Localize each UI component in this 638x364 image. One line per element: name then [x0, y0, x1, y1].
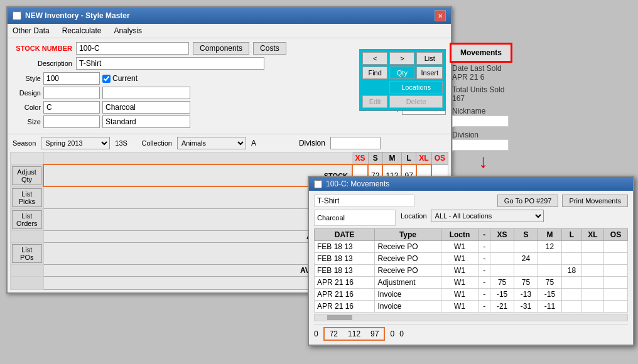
size-extra-input[interactable]	[102, 115, 190, 128]
s-3	[514, 265, 538, 277]
date-4: APR 21 16	[315, 277, 375, 289]
total-s: 112	[348, 329, 360, 338]
description-label: Description	[13, 60, 72, 67]
xs-4: 75	[490, 277, 514, 289]
location-row: Location ALL - All Locations	[401, 210, 544, 222]
col-m: M	[538, 229, 561, 241]
movements-button[interactable]: Movements	[450, 43, 512, 63]
orders-row-label: ORDERS	[43, 208, 352, 230]
movements-title-checkbox[interactable]	[314, 180, 322, 188]
down-arrow-indicator: ↓	[478, 151, 488, 172]
menu-recalculate[interactable]: Recalculate	[60, 25, 104, 36]
find-button[interactable]: Find	[362, 67, 387, 79]
offered-label: OFFERED	[43, 276, 352, 289]
col-l: L	[561, 229, 581, 241]
list-picks-btn-cell: List Picks	[11, 186, 44, 208]
loctn-4: W1	[441, 277, 478, 289]
close-button[interactable]: ✕	[435, 10, 446, 21]
next-button[interactable]: >	[389, 52, 414, 65]
os-4	[604, 277, 628, 289]
costs-button[interactable]: Costs	[253, 42, 286, 55]
list-button[interactable]: List	[416, 52, 443, 65]
s-1	[514, 241, 538, 253]
loctn-5: W1	[441, 289, 478, 301]
season-select[interactable]: Spring 2013	[41, 137, 110, 149]
size-input[interactable]	[43, 115, 100, 128]
col-date: DATE	[315, 229, 375, 241]
design-extra-input[interactable]	[102, 87, 190, 99]
collection-select[interactable]: Animals	[177, 137, 246, 149]
l-4	[561, 277, 581, 289]
locations-button[interactable]: Locations	[389, 81, 443, 94]
avail-later-label: AVAIL LATER	[43, 264, 352, 276]
menu-analysis[interactable]: Analysis	[111, 25, 144, 36]
os-2	[604, 253, 628, 265]
color-input[interactable]	[43, 101, 100, 114]
movements-top-buttons: Go To PO #297 Print Movements	[497, 195, 628, 207]
dash-2: -	[478, 253, 490, 265]
style-input[interactable]	[43, 72, 100, 85]
avail-now-btn-cell	[11, 230, 44, 242]
stock-number-input[interactable]	[76, 42, 189, 55]
movements-table: DATE Type Loctn - XS S M L XL OS FEB 18 …	[314, 228, 628, 313]
type-4: Adjustment	[375, 277, 441, 289]
table-row: APR 21 16 Adjustment W1 - 75 75 75	[315, 277, 628, 289]
avail-later-btn-cell	[11, 264, 44, 276]
location-select[interactable]: ALL - All Locations	[431, 210, 544, 222]
current-checkbox-label[interactable]: Current	[102, 74, 138, 83]
xl-6	[582, 301, 604, 313]
prev-button[interactable]: <	[362, 52, 387, 65]
movements-footer: 0 72 112 97 0 0	[314, 324, 628, 341]
size-label: Size	[13, 118, 41, 126]
s-5: -13	[514, 289, 538, 301]
horizontal-scrollbar[interactable]	[314, 314, 628, 321]
description-input[interactable]	[76, 57, 264, 70]
xl-2	[582, 253, 604, 265]
col-xs: XS	[490, 229, 514, 241]
size-row: Size	[13, 115, 365, 128]
date-last-sold-value: APR 21 6	[452, 73, 510, 82]
type-3: Receive PO	[375, 265, 441, 277]
goto-po-button[interactable]: Go To PO #297	[497, 195, 559, 207]
col-type: Type	[375, 229, 441, 241]
title-checkbox[interactable]	[13, 11, 21, 20]
color-name-movements[interactable]	[314, 210, 396, 226]
table-row: FEB 18 13 Receive PO W1 - 12	[315, 241, 628, 253]
scrollbar-thumb[interactable]	[327, 315, 352, 320]
loctn-6: W1	[441, 301, 478, 313]
list-picks-button[interactable]: List Picks	[12, 188, 42, 207]
os-6	[604, 301, 628, 313]
total-zero-right1: 0	[390, 329, 394, 338]
dash-3: -	[478, 265, 490, 277]
color-name-input[interactable]	[102, 101, 190, 114]
print-movements-button[interactable]: Print Movements	[562, 195, 628, 207]
list-orders-button[interactable]: List Orders	[12, 210, 42, 229]
col-header-m: M	[382, 153, 401, 165]
date-6: APR 21 16	[315, 301, 375, 313]
loctn-2: W1	[441, 253, 478, 265]
xs-2	[490, 253, 514, 265]
table-row: FEB 18 13 Receive PO W1 - 18	[315, 265, 628, 277]
insert-button[interactable]: Insert	[416, 67, 443, 79]
total-m: 97	[370, 329, 379, 338]
menu-other-data[interactable]: Other Data	[10, 25, 52, 36]
list-pos-button[interactable]: List POs	[12, 244, 42, 263]
adjust-qty-button[interactable]: Adjust Qty	[12, 166, 41, 185]
nickname-input[interactable]	[452, 115, 509, 127]
m-3	[538, 265, 561, 277]
current-checkbox[interactable]	[102, 75, 111, 83]
components-button[interactable]: Components	[193, 42, 249, 55]
design-input[interactable]	[43, 87, 100, 99]
dash-4: -	[478, 277, 490, 289]
total-units-value: 167	[452, 94, 510, 103]
movements-item-name[interactable]	[314, 195, 414, 207]
division-input[interactable]	[330, 137, 381, 149]
division-input-right[interactable]	[452, 139, 509, 151]
os-5	[604, 289, 628, 301]
qty-button[interactable]: Qty	[389, 67, 414, 79]
movements-window: 100-C: Movements Go To PO #297 Print Mov…	[308, 176, 634, 346]
movements-title-bar: 100-C: Movements	[309, 177, 633, 191]
avail-now-label: AVAIL NOW	[43, 230, 352, 242]
col-xl: XL	[582, 229, 604, 241]
edit-button: Edit	[362, 95, 387, 108]
